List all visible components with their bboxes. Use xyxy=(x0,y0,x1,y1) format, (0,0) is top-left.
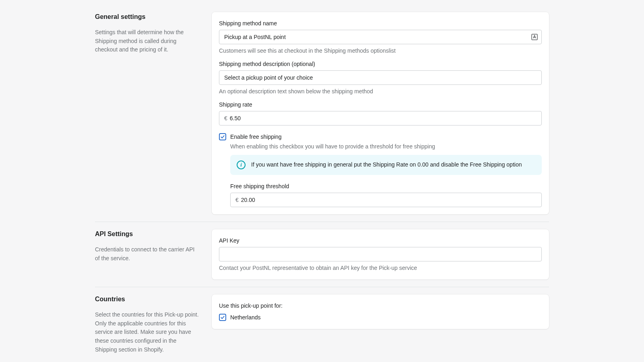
country-row: Netherlands xyxy=(219,313,542,322)
label-threshold: Free shipping threshold xyxy=(230,182,542,191)
help-method-name: Customers will see this at checkout in t… xyxy=(219,47,542,55)
section-desc-countries: Select the countries for this Pick-up po… xyxy=(95,311,200,354)
input-threshold[interactable] xyxy=(239,193,541,207)
field-api-key: API Key Contact your PostNL representati… xyxy=(219,237,542,272)
section-desc-general: Settings that will determine how the Shi… xyxy=(95,28,200,54)
section-countries: Countries Select the countries for this … xyxy=(95,287,549,361)
card-general: Shipping method name Customers will see … xyxy=(212,12,549,214)
section-general: General settings Settings that will dete… xyxy=(95,5,549,222)
info-text: If you want have free shipping in genera… xyxy=(251,160,522,169)
section-api: API Settings Credentials to connect to t… xyxy=(95,222,549,287)
input-method-name[interactable] xyxy=(219,30,542,44)
help-method-desc: An optional description text shown below… xyxy=(219,87,542,96)
input-rate[interactable] xyxy=(227,111,541,125)
field-free-shipping: Enable free shipping When enabling this … xyxy=(219,133,542,207)
field-rate: Shipping rate € xyxy=(219,101,542,125)
field-method-name: Shipping method name Customers will see … xyxy=(219,19,542,55)
label-use-for: Use this pick-up point for: xyxy=(219,302,542,310)
label-method-name: Shipping method name xyxy=(219,19,542,28)
label-country-netherlands: Netherlands xyxy=(230,313,261,322)
section-title-api: API Settings xyxy=(95,229,200,239)
section-header: General settings Settings that will dete… xyxy=(95,12,212,214)
section-title-countries: Countries xyxy=(95,294,200,304)
threshold-currency-prefix: € xyxy=(231,196,239,204)
card-api: API Key Contact your PostNL representati… xyxy=(212,229,549,280)
input-threshold-wrap[interactable]: € xyxy=(230,193,542,207)
section-title-general: General settings xyxy=(95,12,200,22)
input-rate-wrap[interactable]: € xyxy=(219,111,542,125)
info-banner: i If you want have free shipping in gene… xyxy=(230,155,542,175)
language-icon[interactable] xyxy=(530,33,539,41)
label-api-key: API Key xyxy=(219,237,542,245)
label-free-shipping: Enable free shipping xyxy=(230,133,282,141)
section-header-api: API Settings Credentials to connect to t… xyxy=(95,229,212,280)
checkbox-free-shipping[interactable] xyxy=(219,133,226,140)
field-method-desc: Shipping method description (optional) A… xyxy=(219,60,542,96)
input-method-desc[interactable] xyxy=(219,70,542,85)
info-icon: i xyxy=(237,160,246,169)
checkbox-country-netherlands[interactable] xyxy=(219,314,226,321)
help-free-shipping: When enabling this checkbox you will hav… xyxy=(230,142,542,151)
check-icon xyxy=(220,315,225,320)
section-header-countries: Countries Select the countries for this … xyxy=(95,294,212,354)
section-desc-api: Credentials to connect to the carrier AP… xyxy=(95,245,200,263)
help-api-key: Contact your PostNL representative to ob… xyxy=(219,264,542,272)
input-api-key[interactable] xyxy=(219,247,542,261)
rate-currency-prefix: € xyxy=(219,114,227,123)
check-icon xyxy=(220,134,225,139)
label-method-desc: Shipping method description (optional) xyxy=(219,60,542,68)
field-threshold: Free shipping threshold € xyxy=(230,182,542,207)
label-rate: Shipping rate xyxy=(219,101,542,109)
card-countries: Use this pick-up point for: Netherlands xyxy=(212,294,549,329)
